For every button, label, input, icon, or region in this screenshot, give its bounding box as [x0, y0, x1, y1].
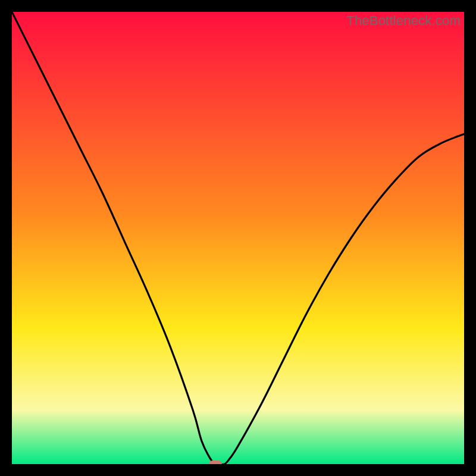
chart-background-gradient [12, 12, 464, 464]
chart-min-marker [209, 461, 222, 464]
chart-svg [12, 12, 464, 464]
watermark-text: TheBottleneck.com [346, 13, 461, 29]
chart-container: TheBottleneck.com [0, 0, 476, 476]
chart-plot-area: TheBottleneck.com [12, 12, 464, 464]
